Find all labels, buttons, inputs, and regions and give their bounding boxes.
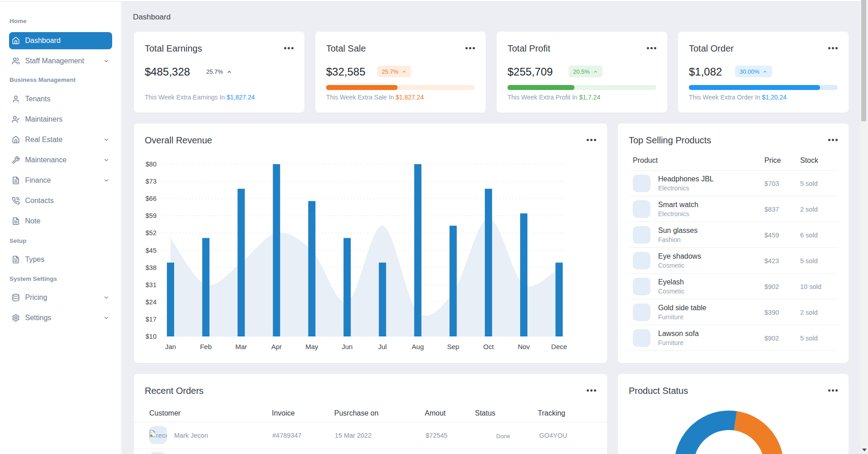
svg-text:$24: $24 [146, 298, 157, 306]
svg-text:$52: $52 [146, 229, 157, 236]
svg-text:$31: $31 [146, 281, 157, 288]
svg-text:$80: $80 [146, 161, 157, 168]
svg-text:$66: $66 [146, 195, 157, 202]
svg-text:Dece: Dece [551, 343, 567, 350]
svg-text:$10: $10 [146, 333, 157, 340]
svg-text:May: May [305, 343, 318, 350]
svg-text:$59: $59 [146, 212, 157, 219]
svg-text:$17: $17 [146, 316, 157, 323]
svg-text:$38: $38 [146, 264, 157, 271]
svg-text:Jul: Jul [378, 343, 387, 350]
svg-text:Jan: Jan [165, 343, 176, 350]
svg-text:Sep: Sep [447, 343, 459, 350]
svg-text:$45: $45 [146, 247, 157, 254]
svg-text:Feb: Feb [200, 343, 212, 350]
svg-text:Mar: Mar [235, 343, 247, 350]
svg-text:Nov: Nov [518, 343, 530, 350]
svg-text:$73: $73 [146, 178, 157, 185]
svg-text:Aug: Aug [412, 343, 424, 350]
svg-text:Jun: Jun [342, 343, 352, 350]
svg-text:Apr: Apr [271, 343, 282, 350]
svg-text:Oct: Oct [483, 343, 494, 350]
